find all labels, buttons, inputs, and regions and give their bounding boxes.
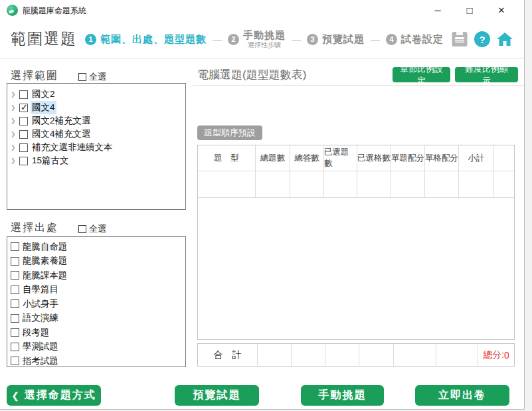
step-4-number: 4 [386,34,397,45]
header-icons: ? [451,20,513,58]
source-item[interactable]: 語文演練 [7,311,185,326]
tree-checkbox[interactable] [19,130,28,139]
source-checkbox[interactable] [11,242,19,251]
table-row [198,171,514,198]
app-logo-icon [7,5,18,16]
table-cell [425,171,459,197]
close-icon[interactable]: ✕ [486,1,517,19]
source-item[interactable]: 學測試題 [7,340,185,355]
expand-chevron-icon[interactable]: ❯ [11,91,17,98]
source-item-label: 龍騰素養題 [23,255,68,267]
step-2-manual-pick[interactable]: 2 手動挑題 選擇性步驟 [228,30,286,48]
table-cell [290,171,324,197]
source-item-label: 學測試題 [23,341,58,353]
generate-paper-button[interactable]: 立即出卷 [415,385,509,406]
preview-questions-button[interactable]: 預覽試題 [175,385,259,406]
summary-cell [292,344,325,366]
question-type-preset-button[interactable]: 題型順序預設 [197,125,262,140]
tree-item-label[interactable]: 國文2 [31,88,56,101]
source-item[interactable]: 段考題 [7,325,185,340]
source-checkbox[interactable] [11,357,19,365]
help-icon[interactable]: ? [474,31,490,47]
tree-item-label[interactable]: 補充文選非連續文本 [31,141,114,154]
step-separator: — [371,34,380,44]
tree-checkbox[interactable] [19,117,28,125]
total-score-label: 總分: [483,349,504,361]
column-header: 題 型 [198,145,256,171]
summary-cell [258,344,292,366]
expand-chevron-icon[interactable]: ❯ [11,131,17,137]
source-item-label: 小試身手 [23,298,58,310]
table-cell [324,171,357,197]
tree-item-guowen2-supplement[interactable]: ❯ 國文2補充文選 [7,114,185,127]
source-item-label: 指考試題 [23,355,58,367]
expand-chevron-icon[interactable]: ❯ [11,144,17,151]
source-checkbox[interactable] [11,271,19,280]
column-header: 單格配分 [425,145,459,171]
tree-item-noncontinuous-text[interactable]: ❯ 補充文選非連續文本 [7,141,185,154]
tree-checkbox[interactable] [19,157,28,165]
range-select-all-checkbox[interactable] [78,73,86,81]
tree-item-guowen4-supplement[interactable]: ❯ 國文4補充文選 [7,127,185,141]
tree-item-label[interactable]: 國文4 [31,101,56,114]
step-2-sublabel: 選擇性步驟 [248,41,281,48]
column-header: 總答數 [290,145,324,171]
summary-cell [359,344,394,366]
range-select-all[interactable]: 全選 [78,71,106,83]
table-header-row: 題 型 總題數 總答數 已選題數 已選格數 單題配分 單格配分 小計 [198,145,514,171]
app-title: 龍騰題庫命題系統 [23,5,86,17]
home-icon[interactable] [496,31,513,47]
source-item[interactable]: 指考試題 [7,354,185,367]
save-icon[interactable] [451,31,468,47]
maximize-icon[interactable]: □ [454,1,486,19]
source-item-label: 自學篇目 [23,284,58,295]
tree-item-15-classics[interactable]: ❯ 15篇古文 [7,154,185,167]
source-item[interactable]: 小試身手 [7,297,185,311]
expand-chevron-icon[interactable]: ❯ [11,157,17,164]
tree-item-label[interactable]: 15篇古文 [31,154,70,167]
source-select-all[interactable]: 全選 [78,223,106,235]
step-3-preview[interactable]: 3 預覽試題 [307,33,365,46]
source-item[interactable]: 龍騰課本題 [7,268,185,283]
tree-checkbox[interactable] [19,90,28,99]
summary-cell [325,344,359,366]
back-to-mode-button[interactable]: ❮ 選擇命題方式 [7,385,101,406]
minimize-icon[interactable]: ─ [422,1,454,19]
step-separator: — [292,34,301,44]
tree-item-guowen4[interactable]: ❯ 國文4 [7,101,185,114]
tree-checkbox[interactable] [19,104,28,112]
source-item-label: 龍騰課本題 [23,270,68,282]
summary-cell [394,344,436,366]
source-item[interactable]: 龍騰素養題 [7,254,185,269]
difficulty-ratio-button[interactable]: 難度比例顯示 [455,67,518,82]
range-panel-title: 選擇範圍 [11,69,58,83]
column-header: 小計 [459,145,494,171]
expand-chevron-icon[interactable]: ❯ [11,118,17,124]
source-item[interactable]: 龍騰自命題 [7,240,185,254]
step-2-label: 手動挑題 [243,30,286,41]
chapter-ratio-button[interactable]: 章節比例設定 [393,67,450,82]
expand-chevron-icon[interactable]: ❯ [11,104,17,111]
window-controls: ─ □ ✕ [422,1,517,19]
source-checkbox[interactable] [11,343,19,351]
source-item[interactable]: 自學篇目 [7,283,185,297]
column-header [494,145,514,171]
table-cell [357,171,391,197]
source-checkbox[interactable] [11,299,19,308]
table-cell [494,171,514,197]
tree-item-guowen2[interactable]: ❯ 國文2 [7,88,185,101]
computer-selection-title: 電腦選題(題型題數表) [197,67,306,82]
tree-checkbox[interactable] [19,143,28,152]
step-1-label: 範圍、出處、題型題數 [100,33,207,46]
source-checkbox[interactable] [11,257,19,266]
back-to-mode-label: 選擇命題方式 [25,388,96,402]
source-checkbox[interactable] [11,286,19,294]
tree-item-label[interactable]: 國文2補充文選 [31,114,92,127]
manual-pick-button[interactable]: 手動挑題 [301,385,384,406]
step-4-paper-settings[interactable]: 4 試卷設定 [386,33,444,46]
step-1-range[interactable]: 1 範圍、出處、題型題數 [85,33,207,46]
tree-item-label[interactable]: 國文4補充文選 [31,127,92,141]
source-checkbox[interactable] [11,328,19,337]
source-checkbox[interactable] [11,314,19,323]
source-select-all-checkbox[interactable] [78,225,86,233]
